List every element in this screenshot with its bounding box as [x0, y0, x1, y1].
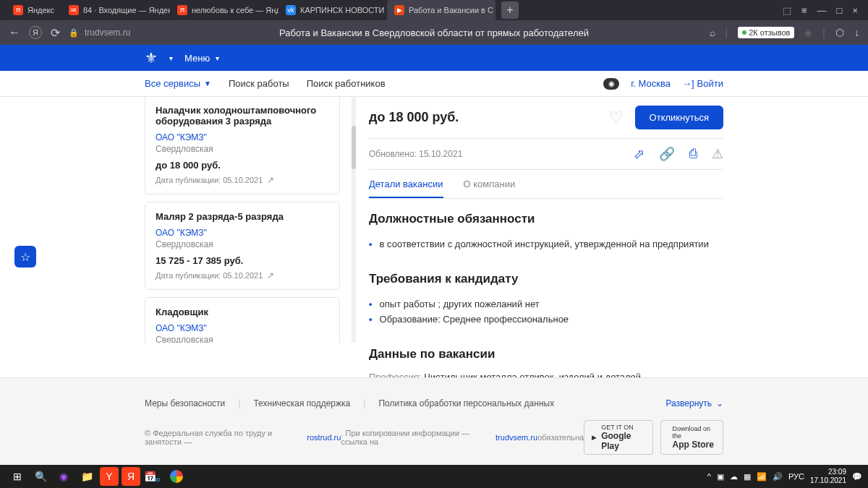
section-heading: Требования к кандидату — [369, 272, 723, 286]
accessibility-icon[interactable]: ◉ — [603, 78, 619, 90]
menu-button[interactable]: Меню▾ — [184, 53, 219, 64]
vacancy-title: Кладовщик — [156, 307, 329, 317]
tray-icon[interactable]: ▣ — [717, 472, 724, 481]
downloads-icon[interactable]: ↓ — [854, 27, 859, 38]
browser-tab[interactable]: ✉84 · Входящие — Яндекс. — [61, 0, 170, 20]
report-icon[interactable]: ⚠ — [712, 146, 723, 162]
external-link-icon[interactable]: ↗ — [267, 175, 274, 185]
region-text: Свердловская — [156, 144, 329, 154]
detail-salary: до 18 000 руб. — [369, 110, 459, 125]
minimize-icon[interactable]: — — [817, 5, 827, 16]
external-link-icon[interactable]: ↗ — [267, 270, 274, 281]
language-indicator[interactable]: РУС — [788, 472, 804, 481]
footer-link-security[interactable]: Меры безопасности — [145, 398, 225, 408]
vacancy-card[interactable]: Маляр 2 разряда-5 разряда ОАО "КЭМЗ" Све… — [145, 202, 340, 290]
tray-cloud-icon[interactable]: ☁ — [730, 472, 738, 481]
rostrud-link[interactable]: rostrud.ru — [307, 433, 341, 442]
tab-details[interactable]: Детали вакансии — [369, 179, 443, 198]
notifications-icon[interactable]: 💬 — [852, 472, 862, 481]
tray-wifi-icon[interactable]: 📶 — [757, 472, 767, 481]
back-button[interactable]: ← — [9, 26, 20, 39]
search-jobs-link[interactable]: Поиск работы — [229, 78, 289, 89]
footer-link-support[interactable]: Техническая поддержка — [253, 398, 350, 408]
windows-taskbar: ⊞ 🔍 ◉ 📁 Y Я 📅30 ^ ▣ ☁ ▦ 📶 🔊 РУС 23:09 17… — [0, 465, 868, 488]
menu-icon[interactable]: ≡ — [801, 5, 807, 16]
browser-tab[interactable]: vkКАРПИНСК НОВОСТИ — [278, 0, 387, 20]
duties-section: Должностные обязанности в соответствии с… — [369, 199, 723, 259]
vacancy-card[interactable]: Наладчик холодноштамповочного оборудован… — [145, 97, 340, 194]
start-button[interactable]: ⊞ — [6, 466, 29, 487]
search-button[interactable]: 🔍 — [29, 466, 52, 487]
login-button[interactable]: →]Войти — [682, 78, 723, 89]
trudvsem-link[interactable]: trudvsem.ru — [495, 433, 537, 442]
tab-label: нелюбовь к себе — Янде — [192, 6, 278, 14]
browser-tab[interactable]: Янелюбовь к себе — Янде — [170, 0, 278, 20]
city-selector[interactable]: г. Москва — [631, 78, 671, 89]
region-text: Свердловская — [156, 239, 329, 249]
clock[interactable]: 23:09 17.10.2021 — [810, 468, 846, 485]
yandex-logo-icon[interactable]: Я — [29, 26, 42, 39]
vacancy-card[interactable]: Кладовщик ОАО "КЭМЗ" Свердловская до 17 … — [145, 297, 340, 343]
arrow-down-icon: ▼ — [204, 80, 211, 87]
region-text: Свердловская — [156, 335, 329, 343]
maximize-icon[interactable]: □ — [837, 5, 843, 16]
pub-date: Дата публикации: 05.10.2021↗ — [156, 270, 329, 281]
tray-icon[interactable]: ▦ — [744, 472, 751, 481]
chevron-down-icon: ▾ — [216, 54, 219, 62]
close-window-icon[interactable]: × — [852, 5, 858, 16]
scrollbar[interactable] — [352, 97, 356, 343]
footer-expand-button[interactable]: Развернуть⌄ — [665, 398, 723, 408]
detail-tabs: Детали вакансии О компании — [369, 170, 723, 199]
salary-text: 15 725 - 17 385 руб. — [156, 255, 329, 266]
chevron-down-icon[interactable]: ▾ — [169, 54, 173, 62]
tray-chevron-icon[interactable]: ^ — [707, 472, 711, 481]
list-item: Образование: Среднее профессиональное — [369, 312, 723, 327]
taskbar-app[interactable]: 📅30 — [142, 466, 165, 487]
taskbar-app[interactable] — [165, 466, 188, 487]
taskbar-app[interactable]: Y — [100, 467, 119, 486]
company-link[interactable]: ОАО "КЭМЗ" — [156, 132, 329, 142]
footer: Меры безопасности | Техническая поддержк… — [0, 377, 868, 465]
tab-label: Яндекс — [27, 6, 54, 14]
search-icon[interactable]: ⌕ — [710, 27, 715, 38]
favorite-icon[interactable]: ♡ — [609, 108, 624, 127]
open-new-icon[interactable]: ⬀ — [634, 146, 644, 162]
tab-about-company[interactable]: О компании — [464, 179, 516, 198]
taskbar-app[interactable]: ◉ — [52, 466, 75, 487]
tab-bar: ЯЯндекс ✉84 · Входящие — Яндекс. Янелюбо… — [0, 0, 868, 20]
reviews-badge[interactable]: 2К отзывов — [738, 27, 794, 38]
tab-label: КАРПИНСК НОВОСТИ — [300, 6, 384, 14]
emblem-icon[interactable]: ⚜ — [145, 49, 158, 67]
extensions-icon[interactable]: ⬡ — [835, 27, 844, 38]
google-play-badge[interactable]: ▶GET IT ONGoogle Play — [584, 420, 652, 455]
pub-date: Дата публикации: 05.10.2021↗ — [156, 175, 329, 185]
bookmark-icon[interactable]: ◈ — [804, 27, 812, 38]
browser-tab[interactable]: ЯЯндекс — [6, 0, 61, 20]
new-tab-button[interactable]: + — [501, 1, 519, 19]
taskbar-app[interactable]: Я — [122, 467, 140, 486]
favorites-sidebar-button[interactable]: ☆ — [14, 246, 36, 267]
vacancy-data-section: Данные по вакансии Профессия: Чистильщик… — [369, 334, 723, 382]
url-input[interactable]: 🔒 trudvsem.ru Работа и Вакансии в Свердл… — [69, 27, 701, 38]
tab-label: 84 · Входящие — Яндекс. — [83, 6, 170, 14]
footer-link-privacy[interactable]: Политика обработки персональных данных — [378, 398, 554, 408]
tray-volume-icon[interactable]: 🔊 — [773, 472, 783, 481]
search-workers-link[interactable]: Поиск работников — [307, 78, 386, 89]
company-link[interactable]: ОАО "КЭМЗ" — [156, 228, 329, 238]
company-link[interactable]: ОАО "КЭМЗ" — [156, 323, 329, 333]
list-item: в соответствии с должностной инструкцией… — [369, 236, 723, 252]
play-icon: ▶ — [592, 434, 597, 441]
app-store-badge[interactable]: Download on theApp Store — [660, 420, 723, 455]
browser-tab-active[interactable]: ▶Работа и Вакансии в С× — [387, 0, 495, 20]
panel-icon[interactable]: ⬚ — [783, 5, 791, 16]
all-services-link[interactable]: Все сервисы ▼ — [145, 78, 211, 89]
salary-text: до 18 000 руб. — [156, 160, 329, 171]
site-header: ⚜ ▾ Меню▾ — [0, 45, 868, 71]
share-icon[interactable]: 🔗 — [659, 146, 675, 162]
reload-button[interactable]: ⟳ — [51, 26, 60, 40]
main-content: Наладчик холодноштамповочного оборудован… — [0, 97, 868, 343]
print-icon[interactable]: ⎙ — [689, 146, 697, 162]
respond-button[interactable]: Откликнуться — [635, 106, 723, 129]
page-title: Работа и Вакансии в Свердловской области… — [279, 27, 589, 38]
taskbar-app[interactable]: 📁 — [75, 466, 98, 487]
